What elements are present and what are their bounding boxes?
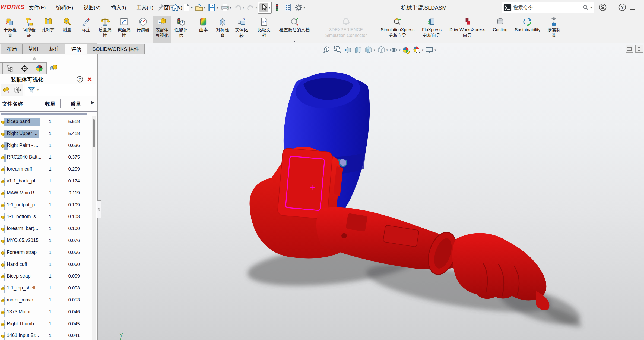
dropdown-arrow[interactable]: ▾	[386, 48, 388, 52]
dropdown-arrow[interactable]: ▾	[256, 6, 257, 10]
component-row-forearm-cuff[interactable]: forearm cuff 1 0.259	[0, 164, 92, 176]
component-name[interactable]: motor_maxo...	[7, 297, 37, 303]
column-quantity[interactable]: 数量	[43, 100, 58, 108]
ribbon-button-检查激活的文档[interactable]: 检查激活的文档 ▾	[274, 16, 315, 43]
component-name[interactable]: Bicep strap	[7, 273, 31, 279]
component-name[interactable]: Right Upper ...	[7, 131, 37, 136]
component-row-1-1-top-shell[interactable]: 1-1_top_shell 1 0.053	[0, 283, 92, 295]
command-tab-标注[interactable]: 标注	[44, 44, 65, 54]
view-tool-button-apply-scene-icon[interactable]: ▾	[413, 46, 424, 54]
view-tool-button-view-settings-icon[interactable]: ▾	[425, 46, 436, 54]
component-row-motor-maxo[interactable]: motor_maxo... 1 0.053	[0, 295, 92, 307]
ribbon-button-孔对齐[interactable]: 孔对齐	[39, 16, 57, 43]
pane-expand-icon[interactable]	[635, 45, 643, 53]
quick-access-button-rebuild-traffic-light-icon[interactable]	[272, 2, 283, 13]
help-icon[interactable]: ?	[618, 3, 626, 11]
ribbon-button-间隙验[interactable]: 间隙验证	[20, 16, 38, 43]
ribbon-button-floxpress[interactable]: FloXpress分析向导	[419, 16, 445, 43]
quick-access-button-print-icon[interactable]: ▾	[220, 2, 233, 13]
parts-value-button[interactable]: $	[1, 84, 12, 96]
dropdown-arrow[interactable]: ▾	[434, 48, 436, 52]
component-name[interactable]: RRC2040 Batt...	[7, 154, 41, 160]
dropdown-arrow[interactable]: ▾	[374, 48, 375, 52]
view-tool-button-view-orientation-icon[interactable]: ▾	[364, 46, 375, 54]
component-row-1461-input-br[interactable]: 1461 Input Br... 1 0.041	[0, 330, 92, 340]
ribbon-button-按需制[interactable]: 按需制造	[545, 16, 563, 43]
ribbon-button-simulationxpress[interactable]: SimulationXpress分析向导	[377, 16, 418, 43]
robot-arm-model[interactable]	[97, 43, 644, 340]
component-row-myo-05-v2015[interactable]: MYO.05.v2015 1 0.076	[0, 235, 92, 247]
grouped-components-button[interactable]	[12, 84, 23, 96]
dropdown-arrow[interactable]: ▾	[422, 48, 424, 52]
menu-item-插入-i[interactable]: 插入(I)	[107, 2, 130, 13]
view-tool-button-previous-view-icon[interactable]	[344, 46, 352, 54]
dropdown-arrow[interactable]: ▾	[399, 48, 401, 52]
component-row-v1-1-back-pl[interactable]: v1-1_back_pl... 1 0.174	[0, 176, 92, 188]
component-row-1-1-output-p[interactable]: 1-1_output_p... 1 0.109	[0, 200, 92, 212]
account-icon[interactable]	[599, 3, 607, 11]
dropdown-arrow[interactable]: ▾	[37, 88, 39, 92]
dropdown-arrow[interactable]: ▾	[191, 6, 193, 10]
close-icon[interactable]	[86, 76, 92, 82]
panel-tab-property-manager-icon[interactable]	[17, 62, 32, 74]
sort-arrow-icon[interactable]: ▾	[74, 106, 75, 110]
component-name[interactable]: Hand cuff	[7, 262, 27, 267]
dropdown-arrow[interactable]: ▾	[304, 6, 305, 10]
quick-access-button-home-icon[interactable]	[170, 2, 181, 13]
dropdown-arrow[interactable]: ▾	[217, 6, 218, 10]
column-file-name[interactable]: 文件名称	[2, 100, 23, 108]
command-tab-solidworks-插件[interactable]: SOLIDWORKS 插件	[87, 44, 145, 54]
view-tool-button-zoom-to-fit-icon[interactable]	[323, 46, 332, 54]
list-scrollbar[interactable]	[92, 116, 96, 340]
ribbon-button-测量[interactable]: 测量	[58, 16, 76, 43]
component-name[interactable]: MYO.05.v2015	[7, 238, 39, 243]
ribbon-button-传感器[interactable]: 传感器	[134, 16, 152, 43]
ribbon-button-质量属[interactable]: 质量属性	[96, 16, 114, 43]
view-tool-button-edit-appearance-icon[interactable]	[402, 46, 411, 54]
more-columns-arrow[interactable]: ▶	[91, 100, 94, 105]
component-row-right-palm[interactable]: Right Palm - ... 1 0.636	[0, 140, 92, 152]
quick-access-button-file-properties-icon[interactable]	[283, 2, 293, 13]
component-name[interactable]: Right Thumb ...	[7, 321, 39, 327]
dropdown-arrow[interactable]: ▾	[204, 6, 206, 10]
ribbon-button-截面属[interactable]: 截面属性	[115, 16, 133, 43]
ribbon-button-3dexperience[interactable]: 3DEXPERIENCESimulation Connector	[319, 16, 373, 43]
quick-access-button-undo-icon[interactable]: ▾	[232, 2, 245, 13]
ribbon-button-costing[interactable]: Costing	[490, 16, 510, 43]
quick-access-button-open-icon[interactable]: ▾	[194, 2, 207, 13]
help-icon[interactable]: ?	[76, 76, 83, 83]
view-tool-button-zoom-to-area-icon[interactable]	[333, 46, 342, 54]
quick-access-button-new-document-icon[interactable]: ▾	[181, 2, 194, 13]
panel-tab-hidden[interactable]	[0, 62, 3, 74]
view-tool-button-section-view-icon[interactable]	[354, 46, 363, 54]
component-name[interactable]: Right Palm - ...	[7, 143, 38, 148]
ribbon-button-性能评[interactable]: 性能评估	[172, 16, 190, 43]
dropdown-arrow[interactable]: ▾	[294, 40, 295, 43]
component-row-right-upper[interactable]: Right Upper ... 1 5.418	[0, 128, 92, 140]
ribbon-button-比较文[interactable]: =? 比较文档	[255, 16, 273, 43]
panel-resize-handle[interactable]	[33, 57, 36, 60]
component-name[interactable]: MAW Main B...	[7, 190, 38, 196]
component-row-bicep-band[interactable]: bicep band 1 5.518	[0, 116, 92, 128]
view-tool-button-hide-show-items-icon[interactable]: ▾	[389, 46, 401, 54]
ribbon-button-sustainability[interactable]: Sustainability	[511, 16, 544, 43]
menu-item-视图-v[interactable]: 视图(V)	[80, 2, 104, 13]
component-name[interactable]: v1-1_back_pl...	[7, 178, 39, 184]
component-row-right-thumb[interactable]: Right Thumb ... 1 0.045	[0, 319, 92, 330]
ribbon-button-标注[interactable]: 标注	[77, 16, 95, 43]
filter-dropdown[interactable]: ▾	[25, 84, 96, 96]
dropdown-arrow[interactable]: ▾	[243, 6, 244, 10]
component-row-hand-cuff[interactable]: Hand cuff 1 0.060	[0, 259, 92, 271]
component-name[interactable]: bicep band	[7, 119, 30, 124]
view-tool-button-display-style-icon[interactable]: ▾	[377, 46, 388, 54]
command-tab-评估[interactable]: 评估	[65, 44, 87, 55]
dropdown-arrow[interactable]: ▾	[230, 6, 231, 10]
component-name[interactable]: 1461 Input Br...	[7, 333, 39, 338]
component-row-1373-motor[interactable]: 1373 Motor ... 1 0.046	[0, 307, 92, 319]
menu-item-工具-t[interactable]: 工具(T)	[133, 2, 157, 13]
command-tab-布局[interactable]: 布局	[1, 44, 23, 54]
component-name[interactable]: 1373 Motor ...	[7, 309, 36, 315]
component-name[interactable]: 1-1_bottom_s...	[7, 214, 40, 219]
component-name[interactable]: forearm_bar(...	[7, 226, 38, 231]
scrollbar-thumb[interactable]	[93, 119, 95, 147]
